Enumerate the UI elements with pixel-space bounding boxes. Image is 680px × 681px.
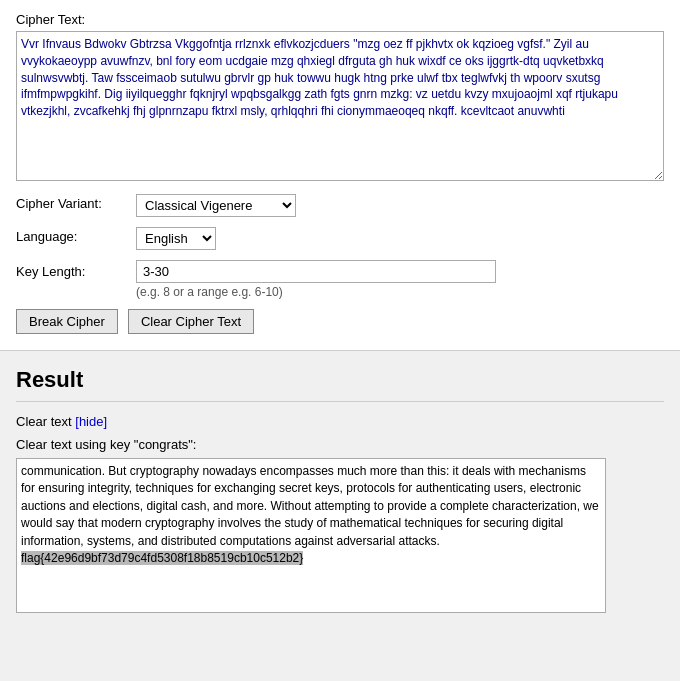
cipher-variant-label: Cipher Variant: [16, 194, 136, 211]
result-title: Result [16, 367, 664, 402]
key-length-inputs: (e.g. 8 or a range e.g. 6-10) [136, 260, 496, 299]
flag-text: flag{42e96d9bf73d79c4fd5308f18b8519cb10c… [21, 551, 303, 565]
hide-link[interactable]: [hide] [75, 414, 107, 429]
top-section: Cipher Text: Cipher Variant: Classical V… [0, 0, 680, 351]
cipher-variant-select[interactable]: Classical Vigenere Beaufort Autokey [136, 194, 296, 217]
cipher-text-label: Cipher Text: [16, 12, 664, 27]
cipher-variant-row: Cipher Variant: Classical Vigenere Beauf… [16, 194, 664, 217]
key-length-label: Key Length: [16, 260, 136, 279]
language-label: Language: [16, 227, 136, 244]
key-length-hint: (e.g. 8 or a range e.g. 6-10) [136, 285, 496, 299]
key-length-section: Key Length: (e.g. 8 or a range e.g. 6-10… [16, 260, 664, 299]
result-text-content: communication. But cryptography nowadays… [21, 464, 599, 548]
button-row: Break Cipher Clear Cipher Text [16, 309, 664, 334]
clear-cipher-text-button[interactable]: Clear Cipher Text [128, 309, 254, 334]
language-row: Language: English French German Spanish [16, 227, 664, 250]
clear-text-using-key-label: Clear text using key "congrats": [16, 437, 664, 452]
clear-text-toggle: Clear text [hide] [16, 414, 664, 429]
break-cipher-button[interactable]: Break Cipher [16, 309, 118, 334]
main-container: Cipher Text: Cipher Variant: Classical V… [0, 0, 680, 681]
cipher-text-input[interactable] [16, 31, 664, 181]
language-select[interactable]: English French German Spanish [136, 227, 216, 250]
key-length-input[interactable] [136, 260, 496, 283]
result-scrollable-box[interactable]: communication. But cryptography nowadays… [16, 458, 606, 613]
clear-text-toggle-label: Clear text [16, 414, 72, 429]
result-section: Result Clear text [hide] Clear text usin… [0, 351, 680, 629]
result-textarea-wrapper: communication. But cryptography nowadays… [16, 458, 606, 613]
